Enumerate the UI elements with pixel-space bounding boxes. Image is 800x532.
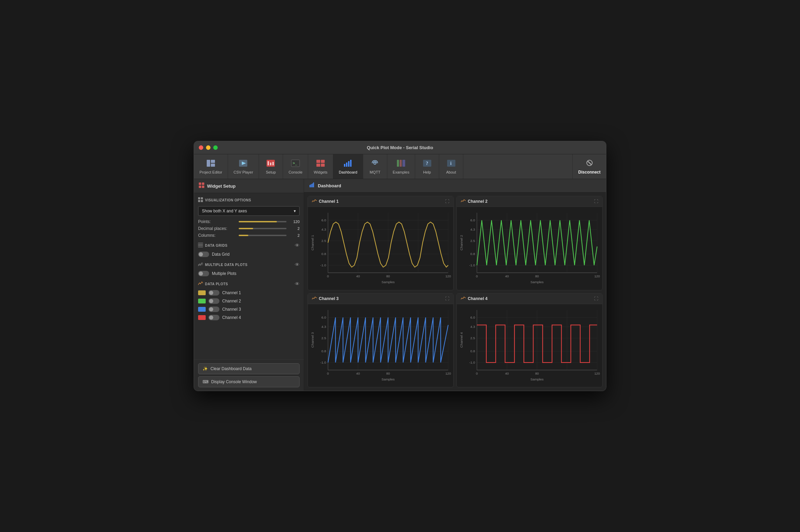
axes-dropdown[interactable]: Show both X and Y axes ▾ <box>198 206 300 216</box>
svg-rect-8 <box>272 162 274 165</box>
data-grid-toggle[interactable] <box>198 252 209 257</box>
svg-rect-31 <box>202 182 204 185</box>
svg-text:2.5: 2.5 <box>470 336 475 340</box>
channel4-row: Channel 4 <box>198 315 300 320</box>
svg-text:80: 80 <box>386 274 390 278</box>
multiple-plots-toggle[interactable] <box>198 271 209 276</box>
toolbar-about[interactable]: i About <box>439 154 463 179</box>
maximize-button[interactable] <box>213 145 218 150</box>
chart-channel2-expand[interactable]: ⛶ <box>594 199 598 204</box>
channel2-toggle[interactable] <box>208 298 219 304</box>
data-grids-eye-button[interactable]: 👁 <box>295 243 300 248</box>
svg-text:2.5: 2.5 <box>321 336 326 340</box>
toolbar-widgets-label: Widgets <box>314 170 327 174</box>
close-button[interactable] <box>199 145 203 150</box>
svg-rect-18 <box>348 161 349 167</box>
svg-rect-17 <box>346 163 347 167</box>
points-slider[interactable] <box>239 221 287 222</box>
svg-rect-6 <box>268 161 269 165</box>
svg-text:0: 0 <box>476 274 478 278</box>
toolbar-setup[interactable]: Setup <box>259 154 283 179</box>
display-console-button[interactable]: ⌨ Display Console Window <box>198 376 300 387</box>
svg-text:0: 0 <box>476 371 478 375</box>
channel4-label: Channel 4 <box>222 315 241 320</box>
toolbar-project-editor[interactable]: Project Editor <box>194 154 228 179</box>
disconnect-icon <box>585 159 594 168</box>
chart-channel3-expand[interactable]: ⛶ <box>445 296 449 301</box>
columns-slider[interactable] <box>239 235 287 236</box>
toolbar-dashboard-label: Dashboard <box>339 170 357 174</box>
console-icon: >_ <box>291 159 300 169</box>
multiple-plots-icon <box>198 262 203 267</box>
svg-rect-43 <box>310 185 311 187</box>
svg-rect-13 <box>321 160 325 163</box>
clear-dashboard-button[interactable]: ✨ Clear Dashboard Data <box>198 363 300 374</box>
data-plots-eye-button[interactable]: 👁 <box>295 281 300 287</box>
multiple-plots-eye-button[interactable]: 👁 <box>295 262 300 267</box>
toolbar-dashboard[interactable]: Dashboard <box>333 154 363 179</box>
data-plots-icon <box>198 281 203 287</box>
dashboard-header: Dashboard <box>304 179 606 192</box>
dashboard-header-icon <box>310 182 315 189</box>
chart-channel4-svg: 6.0 4.3 2.5 0.8 -1.0 0 40 80 120 Samples… <box>458 306 601 386</box>
chart-channel1-expand[interactable]: ⛶ <box>445 199 449 204</box>
data-grids-icon <box>198 243 203 248</box>
chart-channel3-header: Channel 3 ⛶ <box>308 293 453 304</box>
chart-channel4-expand[interactable]: ⛶ <box>594 296 598 301</box>
points-value: 120 <box>289 220 300 224</box>
svg-text:Channel 2: Channel 2 <box>460 235 463 251</box>
toolbar-csv-player-label: CSV Player <box>234 170 253 174</box>
toolbar-help[interactable]: ? Help <box>415 154 439 179</box>
data-plots-section-header: DATA PLOTS 👁 <box>198 281 300 287</box>
console-window-icon: ⌨ <box>203 379 208 384</box>
svg-text:Samples: Samples <box>381 280 394 284</box>
channel1-toggle[interactable] <box>208 290 219 296</box>
toolbar-help-label: Help <box>423 170 431 174</box>
chart-channel4: Channel 4 ⛶ <box>456 293 603 387</box>
svg-text:0: 0 <box>327 371 329 375</box>
help-icon: ? <box>422 159 432 169</box>
csv-player-icon <box>238 159 248 169</box>
toolbar-project-editor-label: Project Editor <box>199 170 222 174</box>
charts-grid: Channel 1 ⛶ <box>304 192 606 391</box>
sidebar: Widget Setup VISUALIZATION OPTIONS Show … <box>194 179 304 391</box>
svg-text:4.3: 4.3 <box>321 325 326 329</box>
toolbar-mqtt[interactable]: MQTT <box>363 154 387 179</box>
toolbar-widgets[interactable]: Widgets <box>308 154 333 179</box>
svg-rect-12 <box>316 160 320 163</box>
chart-channel4-title: Channel 4 <box>461 296 487 301</box>
channel4-toggle[interactable] <box>208 315 219 320</box>
svg-text:40: 40 <box>505 371 509 375</box>
svg-text:Samples: Samples <box>381 377 394 381</box>
toolbar-console-label: Console <box>289 170 302 174</box>
chart-channel2: Channel 2 ⛶ <box>456 196 603 290</box>
svg-rect-46 <box>313 182 314 187</box>
svg-rect-45 <box>312 184 313 187</box>
decimal-slider[interactable] <box>239 228 287 229</box>
visualization-section-header: VISUALIZATION OPTIONS <box>198 197 300 203</box>
project-editor-icon <box>206 159 216 169</box>
svg-rect-32 <box>199 186 201 188</box>
toolbar-console[interactable]: >_ Console <box>283 154 308 179</box>
channel1-label: Channel 1 <box>222 290 241 295</box>
chart-channel3-title: Channel 3 <box>312 296 338 301</box>
channel3-row: Channel 3 <box>198 307 300 312</box>
toolbar-examples[interactable]: Examples <box>387 154 415 179</box>
sidebar-content: VISUALIZATION OPTIONS Show both X and Y … <box>194 193 304 359</box>
svg-text:2.5: 2.5 <box>321 239 326 243</box>
channel4-swatch <box>198 315 206 320</box>
minimize-button[interactable] <box>206 145 210 150</box>
svg-text:6.0: 6.0 <box>470 218 475 222</box>
disconnect-button[interactable]: Disconnect <box>572 154 606 179</box>
toolbar-csv-player[interactable]: CSV Player <box>228 154 259 179</box>
channel3-toggle[interactable] <box>208 307 219 312</box>
svg-text:4.3: 4.3 <box>321 228 326 232</box>
svg-rect-16 <box>344 164 345 167</box>
chart-channel1-title: Channel 1 <box>312 199 338 204</box>
titlebar: Quick Plot Mode - Serial Studio <box>194 141 606 154</box>
data-grids-section-header: DATA GRIDS 👁 <box>198 243 300 248</box>
clear-icon: ✨ <box>203 366 208 371</box>
channel3-swatch <box>198 307 206 312</box>
svg-text:>_: >_ <box>293 161 298 165</box>
visualization-section-title: VISUALIZATION OPTIONS <box>198 197 251 203</box>
